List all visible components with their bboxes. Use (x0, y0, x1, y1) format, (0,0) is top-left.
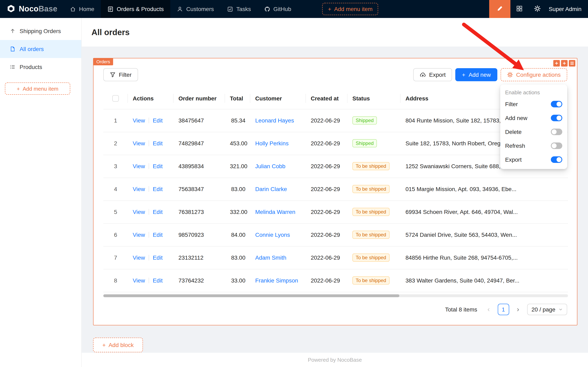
status-cell: To be shipped (347, 200, 401, 223)
col-header-customer: Customer (250, 88, 306, 109)
table-row: 3 ViewEdit 43895834 321.00 Julian Cobb 2… (103, 155, 568, 178)
dropdown-title: Enable actions (500, 86, 567, 97)
col-header-total: Total (225, 88, 250, 109)
view-link[interactable]: View (133, 163, 145, 169)
table-row: 6 ViewEdit 98570923 84.00 Connie Lyons 2… (103, 223, 568, 246)
view-link[interactable]: View (133, 140, 145, 147)
sidebar-item-all-orders[interactable]: All orders (0, 40, 81, 58)
customer-link[interactable]: Adam Smith (255, 254, 286, 261)
horizontal-scrollbar[interactable] (103, 294, 568, 297)
edit-link[interactable]: Edit (153, 277, 162, 284)
status-badge: To be shipped (353, 231, 389, 239)
refresh-switch[interactable] (551, 142, 562, 149)
created-at-cell: 2022-06-29 (306, 155, 347, 178)
row-index[interactable]: 3 (103, 155, 128, 178)
block-menu-icon[interactable] (569, 60, 575, 67)
customer-link[interactable]: Connie Lyons (255, 232, 290, 238)
view-link[interactable]: View (133, 277, 145, 284)
divider (149, 209, 149, 215)
sidebar-item-shipping-orders[interactable]: Shipping Orders (0, 22, 81, 40)
export-button[interactable]: Export (413, 68, 452, 81)
customer-link[interactable]: Melinda Warren (255, 209, 295, 215)
view-link[interactable]: View (133, 186, 145, 192)
row-index[interactable]: 4 (103, 178, 128, 200)
divider (149, 117, 149, 123)
edit-link[interactable]: Edit (153, 232, 162, 238)
created-at-cell: 2022-06-29 (306, 200, 347, 223)
page-size-select[interactable]: 20 / page (527, 303, 567, 315)
nav-item-orders-products[interactable]: Orders & Products (101, 0, 170, 18)
toolbar-right: Export + Add new Configure actions (413, 68, 567, 81)
row-index[interactable]: 8 (103, 269, 128, 292)
actions-cell: ViewEdit (128, 178, 174, 200)
customers-icon (177, 6, 183, 12)
row-index[interactable]: 5 (103, 200, 128, 223)
add-new-switch[interactable] (551, 115, 562, 121)
address-cell: 383 Walter Gardens, Suite 040, 24947, Be… (401, 269, 568, 292)
total-cell: 321.00 (225, 155, 250, 178)
customer-cell: Darin Clarke (250, 178, 306, 200)
page-header: All orders (82, 18, 588, 47)
edit-link[interactable]: Edit (153, 254, 162, 261)
plus-square-icon[interactable] (553, 60, 560, 67)
navbar-add-menu-item-button[interactable]: + Add menu item (322, 3, 378, 15)
dropdown-item-export[interactable]: Export (500, 153, 567, 167)
add-new-button[interactable]: + Add new (455, 68, 497, 81)
view-link[interactable]: View (133, 117, 145, 124)
current-page-button[interactable]: 1 (497, 303, 509, 315)
dropdown-item-refresh[interactable]: Refresh (500, 139, 567, 153)
sidebar-add-menu-item-button[interactable]: + Add menu item (5, 83, 70, 95)
edit-link[interactable]: Edit (153, 140, 162, 147)
customer-link[interactable]: Darin Clarke (255, 186, 287, 192)
plugin-manager-button[interactable] (510, 0, 528, 18)
view-link[interactable]: View (133, 232, 145, 238)
row-index[interactable]: 1 (103, 109, 128, 132)
row-index[interactable]: 6 (103, 223, 128, 246)
prev-page-button[interactable]: ‹ (483, 303, 494, 315)
customer-link[interactable]: Holly Perkins (255, 140, 288, 147)
edit-link[interactable]: Edit (153, 209, 162, 215)
ui-editor-pen-icon (496, 5, 503, 13)
dropdown-item-filter[interactable]: Filter (500, 97, 567, 111)
next-page-button[interactable]: › (512, 303, 524, 315)
edit-link[interactable]: Edit (153, 163, 162, 169)
customer-cell: Adam Smith (250, 246, 306, 269)
dropdown-item-add-new[interactable]: Add new (500, 111, 567, 125)
sidebar-item-products[interactable]: Products (0, 58, 81, 76)
total-cell: 83.00 (225, 178, 250, 200)
nav-item-github[interactable]: GitHub (257, 0, 298, 18)
created-at-cell: 2022-06-29 (306, 269, 347, 292)
nav-item-home[interactable]: Home (63, 0, 101, 18)
filter-button[interactable]: Filter (103, 68, 138, 81)
nav-item-tasks[interactable]: Tasks (220, 0, 258, 18)
customer-link[interactable]: Frankie Simpson (255, 277, 298, 284)
customer-link[interactable]: Leonard Hayes (255, 117, 294, 124)
filter-switch[interactable] (551, 101, 562, 107)
row-index[interactable]: 7 (103, 246, 128, 269)
edit-link[interactable]: Edit (153, 117, 162, 124)
view-link[interactable]: View (133, 254, 145, 261)
grid-icon (516, 5, 523, 13)
col-header-status: Status (347, 88, 401, 109)
edit-link[interactable]: Edit (153, 186, 162, 192)
status-cell: Shipped (347, 132, 401, 155)
export-switch[interactable] (551, 156, 562, 163)
current-user[interactable]: Super Admin (549, 6, 581, 12)
row-index[interactable]: 2 (103, 132, 128, 155)
plus-icon: + (462, 71, 465, 78)
actions-cell: ViewEdit (128, 132, 174, 155)
actions-cell: ViewEdit (128, 109, 174, 132)
nocobase-logo[interactable]: NocoBase (0, 0, 63, 18)
select-all-checkbox[interactable] (112, 95, 119, 102)
settings-button[interactable] (528, 0, 546, 18)
plus-square-icon-2[interactable] (561, 60, 568, 67)
configure-actions-button[interactable]: Configure actions (501, 68, 567, 81)
view-link[interactable]: View (133, 209, 145, 215)
add-block-button[interactable]: + Add block (93, 337, 143, 352)
delete-switch[interactable] (551, 129, 562, 135)
nav-item-customers[interactable]: Customers (170, 0, 220, 18)
dropdown-item-delete[interactable]: Delete (500, 125, 567, 139)
scrollbar-thumb[interactable] (103, 294, 399, 297)
customer-link[interactable]: Julian Cobb (255, 163, 286, 169)
ui-editor-button[interactable] (489, 0, 510, 18)
